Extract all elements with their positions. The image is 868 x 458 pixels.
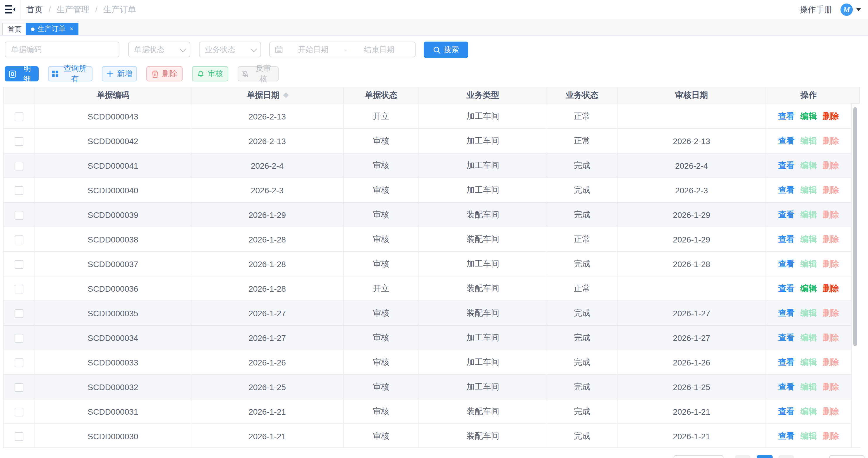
start-date-placeholder[interactable]: 开始日期: [283, 44, 344, 55]
row-checkbox[interactable]: [14, 211, 23, 220]
manual-link[interactable]: 操作手册: [800, 0, 832, 19]
view-link[interactable]: 查看: [778, 308, 795, 317]
view-link[interactable]: 查看: [778, 283, 795, 292]
row-checkbox[interactable]: [14, 186, 23, 195]
edit-link[interactable]: 编辑: [800, 111, 817, 120]
delete-link[interactable]: 删除: [823, 259, 839, 268]
sidebar-fold-icon[interactable]: [5, 5, 15, 13]
tab-close-icon[interactable]: ×: [70, 23, 73, 35]
detail-button[interactable]: 明细: [5, 66, 39, 81]
edit-link[interactable]: 编辑: [800, 308, 817, 317]
query-all-button-label: 查询所有: [62, 63, 88, 84]
delete-link[interactable]: 删除: [823, 308, 839, 317]
view-link[interactable]: 查看: [778, 333, 795, 342]
row-checkbox[interactable]: [14, 285, 23, 293]
row-checkbox[interactable]: [14, 334, 23, 343]
view-link[interactable]: 查看: [778, 357, 795, 366]
edit-link[interactable]: 编辑: [800, 160, 817, 170]
col-bill-date[interactable]: 单据日期: [191, 87, 343, 104]
bell-icon: [197, 70, 204, 78]
edit-link[interactable]: 编辑: [800, 185, 817, 194]
row-checkbox[interactable]: [14, 359, 23, 367]
row-checkbox[interactable]: [14, 383, 23, 392]
vertical-scrollbar[interactable]: [854, 107, 857, 346]
row-checkbox[interactable]: [14, 309, 23, 318]
delete-link[interactable]: 删除: [823, 136, 839, 145]
edit-link[interactable]: 编辑: [800, 381, 817, 391]
delete-button[interactable]: 删除: [146, 66, 183, 81]
view-link[interactable]: 查看: [778, 209, 795, 219]
delete-link[interactable]: 删除: [823, 333, 839, 342]
view-link[interactable]: 查看: [778, 185, 795, 194]
next-page-button[interactable]: [778, 455, 794, 458]
row-checkbox[interactable]: [14, 162, 23, 170]
delete-link[interactable]: 删除: [823, 185, 839, 194]
view-link[interactable]: 查看: [778, 381, 795, 391]
view-link[interactable]: 查看: [778, 111, 795, 120]
delete-link[interactable]: 删除: [823, 357, 839, 366]
tab-home[interactable]: 首页: [2, 23, 27, 35]
edit-link[interactable]: 编辑: [800, 357, 817, 366]
edit-link[interactable]: 编辑: [800, 259, 817, 268]
row-checkbox[interactable]: [14, 137, 23, 146]
row-checkbox[interactable]: [14, 235, 23, 244]
query-all-button[interactable]: 查询所有: [48, 66, 92, 81]
view-link[interactable]: 查看: [778, 234, 795, 244]
row-checkbox[interactable]: [14, 260, 23, 269]
bill-status-select[interactable]: 单据状态: [128, 41, 190, 57]
breadcrumb-production-order[interactable]: 生产订单: [103, 5, 136, 14]
audit-date-cell: 2026-2-4: [617, 153, 766, 178]
view-link[interactable]: 查看: [778, 431, 795, 440]
delete-link[interactable]: 删除: [823, 209, 839, 219]
table-row: SCDD0000342026-1-27审核加工车间完成2026-1-27查看编辑…: [3, 325, 851, 350]
user-menu-caret-icon[interactable]: [856, 8, 861, 11]
biz-status-cell: 正常: [547, 104, 617, 128]
breadcrumb-production-management[interactable]: 生产管理: [57, 5, 89, 14]
avatar[interactable]: M: [840, 3, 853, 16]
view-link[interactable]: 查看: [778, 160, 795, 170]
delete-link[interactable]: 删除: [823, 234, 839, 244]
audit-date-cell: 2026-1-29: [617, 227, 766, 252]
edit-link[interactable]: 编辑: [800, 234, 817, 244]
edit-link[interactable]: 编辑: [800, 431, 817, 440]
delete-link[interactable]: 删除: [823, 406, 839, 416]
add-button[interactable]: 新增: [102, 66, 137, 81]
row-checkbox[interactable]: [14, 112, 23, 121]
date-range-picker[interactable]: 开始日期 - 结束日期: [269, 41, 415, 57]
breadcrumb-home[interactable]: 首页: [26, 5, 43, 14]
sort-icon[interactable]: [283, 92, 288, 98]
view-link[interactable]: 查看: [778, 406, 795, 416]
current-page-button[interactable]: [757, 455, 773, 458]
edit-link[interactable]: 编辑: [800, 333, 817, 342]
delete-link[interactable]: 删除: [823, 283, 839, 292]
delete-link[interactable]: 删除: [823, 381, 839, 391]
tab-production-order[interactable]: 生产订单 ×: [26, 23, 79, 35]
edit-link[interactable]: 编辑: [800, 209, 817, 219]
view-link[interactable]: 查看: [778, 136, 795, 145]
page-jump-select[interactable]: [829, 455, 865, 458]
biz-status-select[interactable]: 业务状态: [199, 41, 261, 57]
delete-link[interactable]: 删除: [823, 111, 839, 120]
audit-button[interactable]: 审核: [192, 66, 228, 81]
end-date-placeholder[interactable]: 结束日期: [348, 44, 410, 55]
prev-page-button[interactable]: [735, 455, 750, 458]
bill-code-input[interactable]: [5, 41, 119, 57]
bill-date-cell: 2026-1-28: [191, 227, 343, 252]
edit-link[interactable]: 编辑: [800, 283, 817, 292]
view-link[interactable]: 查看: [778, 259, 795, 268]
edit-link[interactable]: 编辑: [800, 136, 817, 145]
bill-code-cell: SCDD000036: [35, 276, 191, 301]
bill-code-cell: SCDD000031: [35, 399, 191, 424]
row-checkbox[interactable]: [14, 432, 23, 441]
bill-status-cell: 审核: [343, 375, 419, 399]
delete-link[interactable]: 删除: [823, 431, 839, 440]
row-checkbox[interactable]: [14, 408, 23, 417]
delete-link[interactable]: 删除: [823, 160, 839, 170]
edit-link[interactable]: 编辑: [800, 406, 817, 416]
page-size-select[interactable]: [674, 455, 723, 458]
search-button[interactable]: 搜索: [424, 41, 468, 58]
col-bill-status: 单据状态: [343, 87, 419, 104]
actions-cell: 查看编辑删除: [766, 375, 851, 399]
unaudit-button[interactable]: 反审核: [238, 66, 279, 81]
divider: [20, 0, 21, 19]
